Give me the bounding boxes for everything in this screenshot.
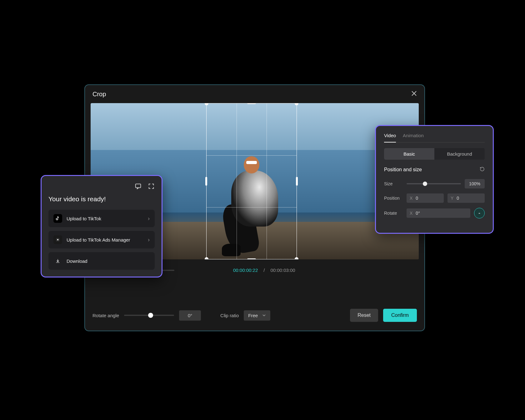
undo-icon <box>480 167 485 172</box>
export-item-label: Download <box>67 258 150 264</box>
properties-tabs: Video Animation <box>384 133 485 142</box>
fullscreen-icon[interactable] <box>148 183 155 190</box>
section-title: Position and size <box>384 167 422 172</box>
position-label: Position <box>384 196 403 201</box>
subtab-background[interactable]: Background <box>434 148 485 160</box>
crop-frame[interactable] <box>206 103 297 259</box>
time-separator: / <box>263 268 265 273</box>
close-button[interactable] <box>411 90 417 98</box>
crop-handle-bottom-left[interactable] <box>205 257 208 259</box>
properties-subtabs: Basic Background <box>384 148 485 160</box>
rotate-value-input[interactable] <box>179 310 201 321</box>
download-button[interactable]: Download <box>48 252 155 270</box>
rotate-slider[interactable] <box>124 315 174 316</box>
confirm-button[interactable]: Confirm <box>383 309 417 322</box>
reset-section-button[interactable] <box>480 167 485 173</box>
export-item-label: Upload to TikTok Ads Manager <box>67 237 143 242</box>
time-total: 00:00:03:00 <box>270 268 295 273</box>
crop-handle-top-left[interactable] <box>205 103 208 105</box>
size-value[interactable]: 100% <box>465 179 485 188</box>
rotate-label: Rotate <box>384 211 403 216</box>
reset-button[interactable]: Reset <box>350 309 378 322</box>
close-icon <box>411 91 417 96</box>
rotate-x-input[interactable]: X 0° <box>407 208 470 218</box>
crop-handle-bottom[interactable] <box>247 258 256 259</box>
rotate-decrement-button[interactable]: - <box>474 208 485 218</box>
download-icon <box>53 257 62 265</box>
upload-ads-manager-button[interactable]: Upload to TikTok Ads Manager › <box>48 231 155 248</box>
time-current: 00:00:00:22 <box>233 268 258 273</box>
properties-panel: Video Animation Basic Background Positio… <box>375 125 494 234</box>
export-item-label: Upload to TikTok <box>67 216 143 221</box>
clip-ratio-value: Free <box>248 313 258 318</box>
export-title: Your video is ready! <box>48 195 155 203</box>
crop-handle-left[interactable] <box>205 177 207 186</box>
crop-handle-right[interactable] <box>296 177 298 186</box>
tab-video[interactable]: Video <box>384 133 396 142</box>
clip-ratio-select[interactable]: Free <box>244 310 270 321</box>
crop-handle-bottom-right[interactable] <box>295 257 298 259</box>
tiktok-icon <box>53 214 62 223</box>
ads-manager-icon <box>53 235 62 244</box>
subtab-basic[interactable]: Basic <box>384 148 434 160</box>
crop-handle-top-right[interactable] <box>295 103 298 105</box>
chevron-right-icon: › <box>148 215 150 222</box>
comment-icon[interactable] <box>135 183 142 190</box>
crop-title: Crop <box>92 91 106 98</box>
crop-controls-bar: Rotate angle Clip ratio Free Reset Confi… <box>85 300 424 331</box>
clip-ratio-label: Clip ratio <box>220 313 239 318</box>
chevron-right-icon: › <box>148 237 150 243</box>
rotate-angle-label: Rotate angle <box>92 313 119 318</box>
crop-handle-top[interactable] <box>247 103 256 104</box>
svg-rect-0 <box>136 184 141 188</box>
chevron-down-icon <box>262 313 266 317</box>
position-x-input[interactable]: X 0 <box>407 193 444 203</box>
upload-tiktok-button[interactable]: Upload to TikTok › <box>48 210 155 227</box>
tab-animation[interactable]: Animation <box>403 133 424 142</box>
svg-point-2 <box>57 239 58 240</box>
crop-header: Crop <box>85 85 424 103</box>
size-slider[interactable] <box>407 183 461 184</box>
export-panel: Your video is ready! Upload to TikTok › … <box>41 175 162 278</box>
size-label: Size <box>384 181 403 186</box>
position-y-input[interactable]: Y 0 <box>448 193 485 203</box>
